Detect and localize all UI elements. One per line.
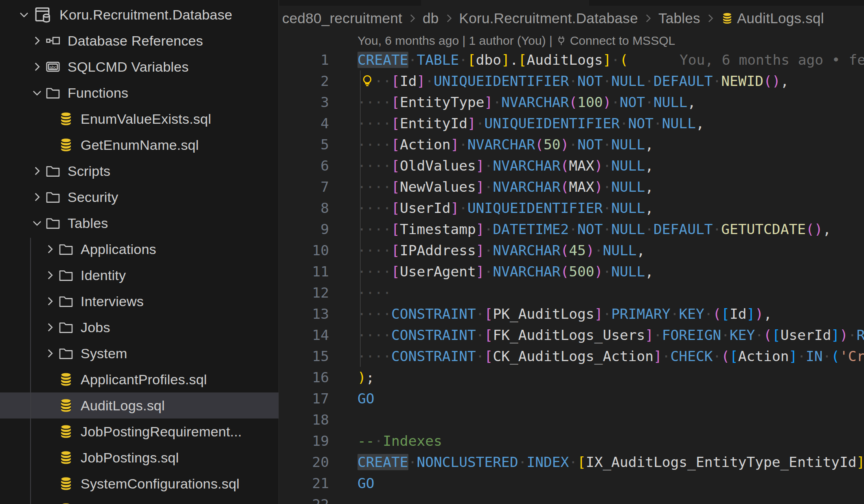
line-number[interactable]: 2 [279, 70, 329, 92]
code-line[interactable]: 11····[UserAgent]·NVARCHAR(500)·NULL, [279, 261, 864, 282]
sidebar-item-functions[interactable]: Functions [0, 80, 279, 106]
chevron-down-icon[interactable] [31, 87, 43, 99]
breadcrumb-item-2[interactable]: Koru.Recruitment.Database [459, 10, 638, 26]
chevron-down-icon[interactable] [18, 9, 30, 21]
line-number[interactable]: 18 [279, 409, 329, 430]
sidebar-item-jobpostingrequirement[interactable]: JobPostingRequirement... [0, 419, 279, 445]
code-line[interactable]: 20CREATE·NONCLUSTERED·INDEX·[IX_AuditLog… [279, 451, 864, 473]
code-line[interactable]: 4····[EntityId]·UNIQUEIDENTIFIER·NOT·NUL… [279, 113, 864, 134]
code-line[interactable]: 7····[NewValues]·NVARCHAR(MAX)·NULL, [279, 176, 864, 197]
code-line[interactable]: 2 ··[Id]·UNIQUEIDENTIFIER·NOT·NULL·DEFAU… [279, 70, 864, 92]
sidebar-item-security[interactable]: Security [0, 184, 279, 210]
line-number[interactable]: 3 [279, 92, 329, 113]
lightbulb-icon[interactable] [360, 73, 375, 89]
twisty[interactable] [16, 7, 32, 22]
code-line[interactable]: 9····[Timestamp]·DATETIME2·NOT·NULL·DEFA… [279, 219, 864, 240]
chevron-right-icon[interactable] [44, 347, 56, 359]
line-number[interactable]: 10 [279, 240, 329, 261]
line-number[interactable]: 1 [279, 49, 329, 70]
twisty[interactable] [29, 85, 45, 101]
code-line[interactable]: 8····[UserId]·UNIQUEIDENTIFIER·NULL, [279, 197, 864, 219]
line-number[interactable]: 19 [279, 430, 329, 451]
line-number[interactable]: 13 [279, 303, 329, 324]
chevron-right-icon[interactable] [44, 269, 56, 281]
twisty[interactable] [42, 241, 58, 257]
line-number[interactable]: 8 [279, 197, 329, 219]
chevron-down-icon[interactable] [31, 217, 43, 229]
code-line[interactable]: 22 [279, 494, 864, 504]
sidebar-item-applications[interactable]: Applications [0, 236, 279, 262]
twisty[interactable] [29, 215, 45, 231]
sidebar-item-applicantprofiles-sql[interactable]: ApplicantProfiles.sql [0, 366, 279, 392]
code-line-text: ····[NewValues]·NVARCHAR(MAX)·NULL, [357, 176, 653, 197]
chevron-right-icon[interactable] [31, 165, 43, 177]
line-number[interactable]: 15 [279, 346, 329, 367]
twisty[interactable] [42, 294, 58, 309]
twisty[interactable] [42, 267, 58, 283]
code-area[interactable]: 1CREATE·TABLE·[dbo].[AuditLogs]·(You, 6 … [279, 49, 864, 504]
line-number[interactable]: 14 [279, 324, 329, 346]
sidebar-item-jobs[interactable]: Jobs [0, 314, 279, 340]
sidebar-item-system[interactable]: System [0, 340, 279, 366]
twisty[interactable] [42, 320, 58, 335]
chevron-right-icon[interactable] [31, 61, 43, 73]
sidebar-item-tables[interactable]: Tables [0, 210, 279, 236]
sidebar-item-partial[interactable] [0, 497, 279, 504]
code-line[interactable]: 18 [279, 409, 864, 430]
line-number[interactable]: 9 [279, 219, 329, 240]
line-number[interactable]: 20 [279, 451, 329, 473]
line-number[interactable]: 16 [279, 367, 329, 388]
breadcrumb-item-3[interactable]: Tables [658, 10, 700, 26]
sidebar-item-interviews[interactable]: Interviews [0, 288, 279, 314]
code-line[interactable]: 14····CONSTRAINT·[FK_AuditLogs_Users]·FO… [279, 324, 864, 346]
line-number[interactable]: 12 [279, 282, 329, 303]
twisty[interactable] [29, 189, 45, 205]
line-number[interactable]: 21 [279, 473, 329, 494]
folder-icon [58, 346, 74, 361]
sidebar-item-jobpostings-sql[interactable]: JobPostings.sql [0, 445, 279, 471]
line-number[interactable]: 7 [279, 176, 329, 197]
breadcrumb-item-1[interactable]: db [423, 10, 439, 26]
line-number[interactable]: 11 [279, 261, 329, 282]
sidebar-item-systemconfigurations-sql[interactable]: SystemConfigurations.sql [0, 471, 279, 497]
code-line[interactable]: 13····CONSTRAINT·[PK_AuditLogs]·PRIMARY·… [279, 303, 864, 324]
code-line[interactable]: 21GO [279, 473, 864, 494]
sidebar-item-database-references[interactable]: Database References [0, 28, 279, 54]
line-number[interactable]: 22 [279, 494, 329, 504]
line-number[interactable]: 4 [279, 113, 329, 134]
twisty[interactable] [42, 346, 58, 361]
chevron-right-icon[interactable] [31, 191, 43, 203]
codelens-connect-link[interactable]: Connect to MSSQL [570, 34, 675, 48]
sidebar-item-getenumname-sql[interactable]: GetEnumName.sql [0, 132, 279, 158]
editor-pane[interactable]: ced80_recruitmentdbKoru.Recruitment.Data… [279, 0, 864, 504]
code-line[interactable]: 3····[EntityType]·NVARCHAR(100)·NOT·NULL… [279, 92, 864, 113]
sidebar-item-identity[interactable]: Identity [0, 262, 279, 288]
code-line[interactable]: 17GO [279, 388, 864, 409]
breadcrumb-item-4[interactable]: AuditLogs.sql [721, 10, 824, 26]
codelens-blame[interactable]: You, 6 months ago | 1 author (You) | [357, 34, 553, 48]
code-line[interactable]: 19--·Indexes [279, 430, 864, 451]
line-number[interactable]: 6 [279, 155, 329, 176]
code-line[interactable]: 12···· [279, 282, 864, 303]
line-number[interactable]: 5 [279, 134, 329, 155]
sidebar-item-sqlcmd-variables[interactable]: abcSQLCMD Variables [0, 54, 279, 80]
sidebar-item-scripts[interactable]: Scripts [0, 158, 279, 184]
twisty[interactable] [29, 33, 45, 48]
code-line[interactable]: 5····[Action]·NVARCHAR(50)·NOT·NULL, [279, 134, 864, 155]
line-number[interactable]: 17 [279, 388, 329, 409]
chevron-right-icon[interactable] [31, 35, 43, 47]
code-line[interactable]: 10····[IPAddress]·NVARCHAR(45)·NULL, [279, 240, 864, 261]
sidebar-item-auditlogs-sql[interactable]: AuditLogs.sql [0, 392, 279, 419]
code-line[interactable]: 16); [279, 367, 864, 388]
twisty[interactable] [29, 59, 45, 75]
breadcrumb-item-0[interactable]: ced80_recruitment [282, 10, 402, 26]
sidebar-item-enumvalueexists-sql[interactable]: EnumValueExists.sql [0, 106, 279, 132]
sidebar-item-koru-recruitment-database[interactable]: Koru.Recruitment.Database [0, 2, 279, 28]
twisty[interactable] [29, 163, 45, 179]
chevron-right-icon[interactable] [44, 321, 56, 333]
chevron-right-icon[interactable] [44, 243, 56, 255]
code-line[interactable]: 15····CONSTRAINT·[CK_AuditLogs_Action]·C… [279, 346, 864, 367]
code-line[interactable]: 6····[OldValues]·NVARCHAR(MAX)·NULL, [279, 155, 864, 176]
code-line[interactable]: 1CREATE·TABLE·[dbo].[AuditLogs]·(You, 6 … [279, 49, 864, 70]
chevron-right-icon[interactable] [44, 295, 56, 307]
